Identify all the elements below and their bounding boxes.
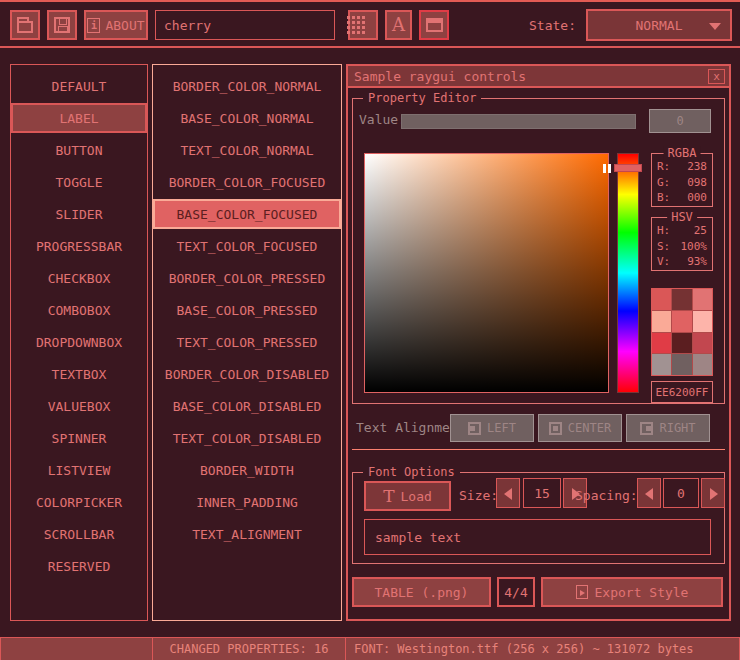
info-icon: i: [87, 18, 100, 33]
window-title: Sample raygui controls: [354, 69, 526, 84]
spacing-value-box[interactable]: 0: [663, 478, 699, 508]
hsv-group: HSV H: 25 S: 100% V: 93%: [651, 217, 713, 271]
save-style-button[interactable]: [47, 10, 77, 40]
green-value-box[interactable]: G: 098: [657, 176, 707, 189]
value-slider: [401, 114, 636, 129]
hue-value-box[interactable]: H: 25: [657, 224, 707, 237]
rgba-group: RGBA R: 238 G: 098 B: 000: [651, 153, 713, 207]
spacing-decrease-button[interactable]: [637, 478, 661, 508]
spacing-label: Spacing:: [575, 488, 638, 503]
controls-list-item[interactable]: DROPDOWNBOX: [11, 327, 147, 357]
color-picker-panel[interactable]: [364, 153, 609, 393]
palette-swatch[interactable]: [652, 311, 671, 332]
properties-list-item[interactable]: BORDER_COLOR_NORMAL: [153, 71, 341, 101]
sample-text-input[interactable]: sample text: [364, 519, 711, 555]
palette-swatch[interactable]: [672, 311, 691, 332]
red-value-box[interactable]: R: 238: [657, 160, 707, 173]
export-table-button[interactable]: TABLE (.png): [352, 577, 491, 607]
load-font-button[interactable]: T Load: [364, 481, 451, 511]
saturation-value-box[interactable]: S: 100%: [657, 240, 707, 253]
property-editor-label: Property Editor: [363, 91, 481, 105]
palette-swatch[interactable]: [693, 311, 712, 332]
properties-list-item[interactable]: TEXT_COLOR_FOCUSED: [153, 231, 341, 261]
value-value-box[interactable]: V: 93%: [657, 255, 707, 268]
properties-list-item[interactable]: BORDER_COLOR_FOCUSED: [153, 167, 341, 197]
controls-listview: DEFAULT LABEL BUTTON TOGGLE SLIDER PROGR…: [10, 64, 148, 621]
properties-list-item[interactable]: TEXT_ALIGNMENT: [153, 519, 341, 549]
align-center-icon: [549, 422, 562, 435]
text-alignment-label: Text Alignme: [356, 420, 450, 435]
properties-list-item-selected[interactable]: BASE_COLOR_FOCUSED: [153, 199, 341, 229]
palette-swatch[interactable]: [652, 333, 671, 354]
size-decrease-button[interactable]: [496, 478, 520, 508]
properties-list-item[interactable]: TEXT_COLOR_DISABLED: [153, 423, 341, 453]
blue-value-box[interactable]: B: 000: [657, 191, 707, 204]
properties-listview: BORDER_COLOR_NORMAL BASE_COLOR_NORMAL TE…: [152, 64, 342, 621]
palette-swatch[interactable]: [652, 289, 671, 310]
controls-list-item[interactable]: PROGRESSBAR: [11, 231, 147, 261]
font-button[interactable]: A: [385, 10, 412, 40]
hue-bar[interactable]: [617, 153, 639, 393]
controls-list-item[interactable]: COLORPICKER: [11, 487, 147, 517]
font-a-icon: A: [392, 16, 405, 34]
color-picker-cursor-icon[interactable]: [603, 164, 606, 173]
controls-list-item[interactable]: BUTTON: [11, 135, 147, 165]
controls-list-item[interactable]: COMBOBOX: [11, 295, 147, 325]
palette-swatch[interactable]: [693, 289, 712, 310]
section-divider-line: [352, 449, 725, 450]
properties-list-item[interactable]: TEXT_COLOR_PRESSED: [153, 327, 341, 357]
hex-color-input[interactable]: EE6200FF: [651, 381, 713, 403]
properties-list-item[interactable]: BORDER_COLOR_PRESSED: [153, 263, 341, 293]
style-color-palette: [651, 288, 713, 376]
properties-list-item[interactable]: TEXT_COLOR_NORMAL: [153, 135, 341, 165]
palette-swatch[interactable]: [693, 333, 712, 354]
size-label: Size:: [459, 488, 498, 503]
font-load-icon: T: [383, 488, 394, 505]
close-button[interactable]: x: [708, 69, 725, 84]
open-style-button[interactable]: [10, 10, 40, 40]
controls-list-item[interactable]: CHECKBOX: [11, 263, 147, 293]
properties-list-item[interactable]: BORDER_WIDTH: [153, 455, 341, 485]
controls-list-item-selected[interactable]: LABEL: [11, 103, 147, 133]
controls-list-item[interactable]: RESERVED: [11, 551, 147, 581]
about-button-label: ABOUT: [105, 18, 144, 33]
status-font-info: FONT: Westington.ttf (256 x 256) ~ 13107…: [346, 638, 739, 660]
properties-list-item[interactable]: INNER_PADDING: [153, 487, 341, 517]
controls-list-item[interactable]: TOGGLE: [11, 167, 147, 197]
properties-list-item[interactable]: BASE_COLOR_NORMAL: [153, 103, 341, 133]
controls-list-item[interactable]: LISTVIEW: [11, 455, 147, 485]
palette-swatch[interactable]: [672, 289, 691, 310]
font-options-group: Font Options T Load Size: 15 Spacing: 0 …: [352, 472, 725, 564]
state-dropdown[interactable]: NORMAL: [586, 9, 732, 41]
hsv-values: H: 25 S: 100% V: 93%: [657, 224, 707, 268]
style-name-input[interactable]: [155, 10, 335, 40]
table-image-button[interactable]: [348, 10, 378, 40]
controls-list-item[interactable]: SLIDER: [11, 199, 147, 229]
about-button[interactable]: i ABOUT: [84, 10, 148, 40]
export-style-button[interactable]: Export Style: [541, 577, 723, 607]
align-left-icon: [468, 422, 481, 435]
controls-list-item[interactable]: VALUEBOX: [11, 391, 147, 421]
properties-list-item[interactable]: BASE_COLOR_PRESSED: [153, 295, 341, 325]
align-right-button: RIGHT: [626, 414, 710, 442]
properties-list-item[interactable]: BORDER_COLOR_DISABLED: [153, 359, 341, 389]
palette-swatch[interactable]: [672, 354, 691, 375]
controls-list-item[interactable]: SCROLLBAR: [11, 519, 147, 549]
controls-list-item[interactable]: SPINNER: [11, 423, 147, 453]
window-content: Property Editor Value: 0 RGBA R: 238: [348, 88, 729, 619]
palette-swatch[interactable]: [693, 354, 712, 375]
chevron-down-icon: [709, 23, 721, 30]
sample-controls-window: Sample raygui controls x Property Editor…: [346, 64, 731, 621]
hue-slider-handle[interactable]: [614, 164, 642, 172]
size-value-box[interactable]: 15: [523, 478, 561, 508]
palette-swatch[interactable]: [672, 333, 691, 354]
properties-list-item[interactable]: BASE_COLOR_DISABLED: [153, 391, 341, 421]
pages-value-box[interactable]: 4/4: [497, 577, 535, 607]
rgba-label: RGBA: [664, 146, 701, 160]
palette-swatch[interactable]: [652, 354, 671, 375]
spacing-increase-button[interactable]: [701, 478, 725, 508]
controls-list-item[interactable]: DEFAULT: [11, 71, 147, 101]
hsv-label: HSV: [667, 210, 697, 224]
controls-list-item[interactable]: TEXTBOX: [11, 359, 147, 389]
window-mode-button[interactable]: [419, 10, 449, 40]
